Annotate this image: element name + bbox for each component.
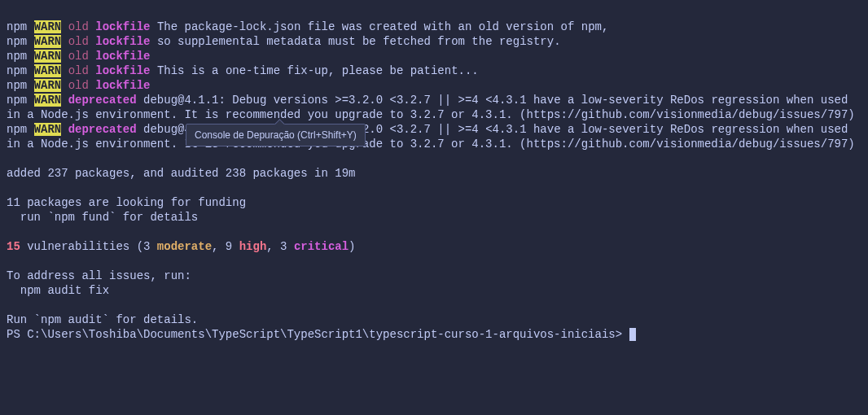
lockfile-tag: lockfile: [95, 64, 150, 77]
critical-label: critical: [294, 240, 349, 253]
npm-tag: npm: [7, 94, 27, 107]
old-tag: old: [68, 50, 89, 63]
address-line: npm audit fix: [7, 284, 109, 297]
high-label: high: [239, 240, 267, 253]
moderate-label: moderate: [157, 240, 212, 253]
old-tag: old: [68, 79, 89, 92]
terminal-output[interactable]: npm WARN old lockfile The package-lock.j…: [7, 5, 861, 342]
npm-tag: npm: [7, 35, 27, 48]
lockfile-tag: lockfile: [95, 20, 150, 33]
ps-prompt: PS C:\Users\Toshiba\Documents\TypeScript…: [7, 328, 629, 341]
deprecated-tag: deprecated: [68, 123, 137, 136]
prompt-line[interactable]: PS C:\Users\Toshiba\Documents\TypeScript…: [7, 328, 636, 341]
warn-msg: This is a one-time fix-up, please be pat…: [157, 64, 479, 77]
deprecated-tag: deprecated: [68, 94, 137, 107]
address-line: To address all issues, run:: [7, 269, 191, 282]
deprecated-line: npm WARN deprecated debug@4.1.1: Debug v…: [7, 123, 855, 151]
npm-tag: npm: [7, 79, 27, 92]
vulnerabilities-line: 15 vulnerabilities (3 moderate, 9 high, …: [7, 240, 356, 253]
warn-line: npm WARN old lockfile The package-lock.j…: [7, 20, 608, 33]
warn-tag: WARN: [34, 94, 62, 107]
npm-tag: npm: [7, 20, 27, 33]
funding-line: 11 packages are looking for funding: [7, 196, 246, 209]
warn-line: npm WARN old lockfile: [7, 50, 157, 63]
warn-line: npm WARN old lockfile so supplemental me…: [7, 35, 561, 48]
funding-line: run `npm fund` for details: [7, 211, 198, 224]
warn-tag: WARN: [34, 123, 62, 136]
cursor: [629, 328, 636, 341]
lockfile-tag: lockfile: [95, 79, 150, 92]
npm-tag: npm: [7, 123, 27, 136]
summary-added: added 237 packages, and audited 238 pack…: [7, 167, 355, 180]
audit-line: Run `npm audit` for details.: [7, 313, 198, 326]
warn-msg: so supplemental metadata must be fetched…: [157, 35, 561, 48]
warn-tag: WARN: [34, 79, 62, 92]
npm-tag: npm: [7, 50, 27, 63]
npm-tag: npm: [7, 64, 27, 77]
old-tag: old: [68, 20, 89, 33]
deprecated-line: npm WARN deprecated debug@4.1.1: Debug v…: [7, 94, 855, 121]
old-tag: old: [68, 64, 89, 77]
warn-tag: WARN: [34, 35, 62, 48]
warn-line: npm WARN old lockfile This is a one-time…: [7, 64, 479, 77]
lockfile-tag: lockfile: [95, 50, 150, 63]
lockfile-tag: lockfile: [95, 35, 150, 48]
warn-tag: WARN: [34, 64, 62, 77]
warn-line: npm WARN old lockfile: [7, 79, 157, 92]
warn-tag: WARN: [34, 50, 62, 63]
old-tag: old: [68, 35, 89, 48]
warn-tag: WARN: [34, 20, 62, 33]
vuln-count: 15: [7, 240, 20, 253]
warn-msg: The package-lock.json file was created w…: [157, 20, 609, 33]
